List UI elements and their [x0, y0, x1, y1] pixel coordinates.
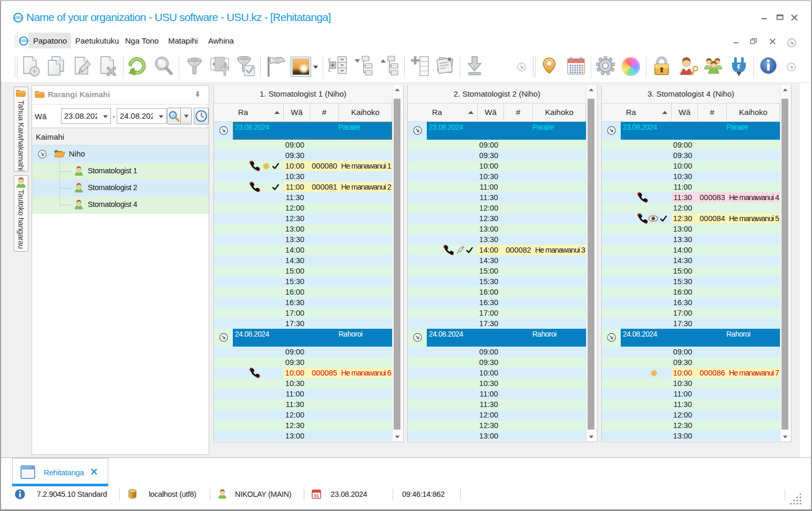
svg-text:USU: USU	[20, 39, 27, 43]
svg-text:31: 31	[314, 493, 319, 498]
svg-text:USU: USU	[14, 16, 22, 19]
